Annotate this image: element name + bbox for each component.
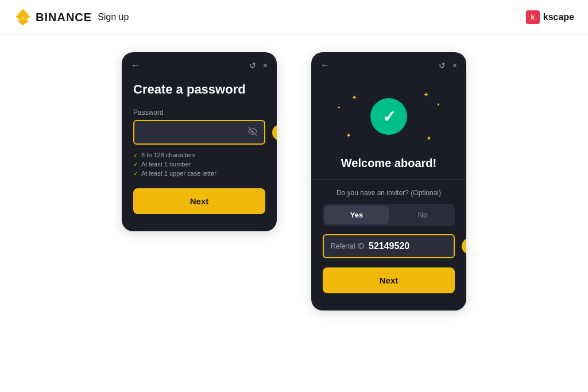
eye-toggle-icon[interactable] bbox=[248, 127, 257, 138]
inviter-label: Do you have an inviter? (Optional) bbox=[323, 189, 455, 197]
password-screen: Create a password Password ④ ✓ bbox=[122, 76, 277, 231]
binance-brand-text: BINANCE bbox=[36, 11, 92, 24]
password-screen-title: Create a password bbox=[133, 82, 265, 97]
binance-diamond-icon bbox=[14, 8, 32, 26]
success-check-icon: ✓ bbox=[382, 107, 396, 126]
validation-item-1: ✓ 8 to 128 characters bbox=[133, 152, 265, 158]
validation-list: ✓ 8 to 128 characters ✓ At least 1 numbe… bbox=[133, 152, 265, 177]
right-next-button[interactable]: Next bbox=[323, 267, 455, 293]
left-topbar-icons: ↺ × bbox=[249, 61, 268, 70]
password-input-wrapper bbox=[133, 120, 265, 145]
yes-toggle-button[interactable]: Yes bbox=[324, 205, 389, 224]
right-close-icon[interactable]: × bbox=[452, 61, 457, 70]
kscape-logo: k kscape bbox=[526, 10, 574, 24]
left-topbar: ← ↺ × bbox=[122, 52, 277, 76]
sparkle-icon-3: ✦ bbox=[346, 131, 351, 139]
step-5-badge: ⑤ bbox=[462, 238, 466, 254]
right-phone-mockup: ← ↺ × ✦ ✦ ✦ ✦ ✦ ✦ ✓ Welcome aboard! Do y… bbox=[311, 52, 466, 311]
welcome-screen: ✦ ✦ ✦ ✦ ✦ ✦ ✓ Welcome aboard! Do you hav… bbox=[311, 76, 466, 311]
referral-input-wrapper[interactable]: Referral ID 52149520 bbox=[323, 234, 455, 258]
sparkle-icon-5: ✦ bbox=[337, 105, 341, 110]
left-refresh-icon[interactable]: ↺ bbox=[249, 61, 256, 70]
sparkle-icon-1: ✦ bbox=[351, 94, 357, 102]
referral-input-container: Referral ID 52149520 ⑤ bbox=[323, 234, 455, 258]
sparkle-icon-4: ✦ bbox=[426, 134, 432, 142]
validation-text-3: At least 1 upper case letter bbox=[141, 170, 216, 177]
left-next-button[interactable]: Next bbox=[133, 188, 265, 214]
validation-item-2: ✓ At least 1 number bbox=[133, 161, 265, 168]
sparkle-icon-6: ✦ bbox=[436, 102, 440, 107]
password-field-label: Password bbox=[133, 108, 265, 117]
sparkle-icon-2: ✦ bbox=[423, 91, 429, 99]
main-content: ← ↺ × Create a password Password bbox=[0, 35, 588, 328]
inviter-toggle-group: Yes No bbox=[323, 204, 455, 226]
password-input[interactable] bbox=[141, 128, 248, 137]
right-back-button[interactable]: ← bbox=[320, 60, 330, 71]
password-input-container: ④ bbox=[133, 120, 265, 145]
header: BINANCE Sign up k kscape bbox=[0, 0, 588, 35]
step-4-badge: ④ bbox=[272, 125, 277, 141]
validation-text-2: At least 1 number bbox=[141, 161, 191, 168]
right-refresh-icon[interactable]: ↺ bbox=[439, 61, 446, 70]
welcome-title: Welcome aboard! bbox=[323, 157, 455, 170]
referral-label: Referral ID bbox=[331, 242, 364, 250]
left-back-button[interactable]: ← bbox=[131, 60, 140, 71]
kscape-label: kscape bbox=[543, 12, 574, 22]
page-title: Sign up bbox=[98, 12, 129, 22]
right-topbar-icons: ↺ × bbox=[439, 61, 457, 70]
check-icon-2: ✓ bbox=[133, 161, 138, 168]
left-close-icon[interactable]: × bbox=[263, 61, 268, 70]
kscape-icon: k bbox=[526, 10, 540, 24]
check-icon-3: ✓ bbox=[133, 170, 138, 177]
referral-value: 52149520 bbox=[369, 241, 409, 251]
validation-item-3: ✓ At least 1 upper case letter bbox=[133, 170, 265, 177]
left-phone-mockup: ← ↺ × Create a password Password bbox=[122, 52, 277, 231]
no-toggle-button[interactable]: No bbox=[390, 204, 455, 226]
success-circle: ✓ bbox=[370, 98, 407, 135]
binance-logo: BINANCE bbox=[14, 8, 92, 26]
divider bbox=[311, 179, 466, 180]
check-icon-1: ✓ bbox=[133, 152, 138, 158]
welcome-icon-area: ✦ ✦ ✦ ✦ ✦ ✦ ✓ bbox=[323, 88, 455, 145]
header-left: BINANCE Sign up bbox=[14, 8, 129, 26]
validation-text-1: 8 to 128 characters bbox=[141, 152, 195, 158]
right-topbar: ← ↺ × bbox=[311, 52, 466, 76]
